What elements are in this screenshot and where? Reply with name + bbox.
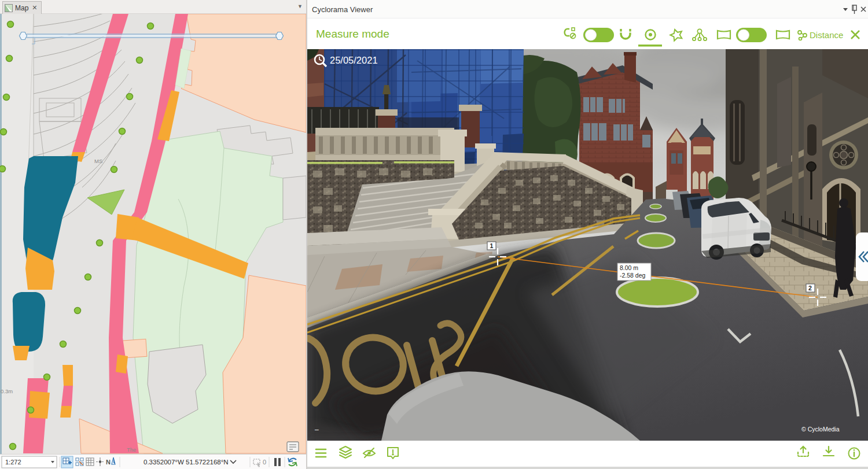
svg-text:0.3m: 0.3m bbox=[1, 388, 13, 394]
svg-text:The: The bbox=[127, 446, 136, 453]
svg-text:–: – bbox=[315, 426, 319, 434]
svg-text:1: 1 bbox=[490, 242, 494, 249]
svg-text:© CycloMedia: © CycloMedia bbox=[801, 426, 840, 433]
svg-text:0.3352007°W 51.5722168°N: 0.3352007°W 51.5722168°N bbox=[144, 459, 229, 466]
svg-text:2: 2 bbox=[808, 285, 812, 291]
svg-text:25/05/2021: 25/05/2021 bbox=[330, 55, 378, 65]
svg-text:8.00 m: 8.00 m bbox=[620, 264, 638, 271]
svg-text:1:272: 1:272 bbox=[5, 459, 21, 466]
svg-text:0: 0 bbox=[263, 459, 266, 466]
svg-text:N: N bbox=[106, 459, 111, 466]
svg-text:MS: MS bbox=[94, 158, 102, 164]
svg-text:Distance: Distance bbox=[810, 30, 843, 40]
svg-text:-2.58 deg: -2.58 deg bbox=[620, 272, 646, 279]
